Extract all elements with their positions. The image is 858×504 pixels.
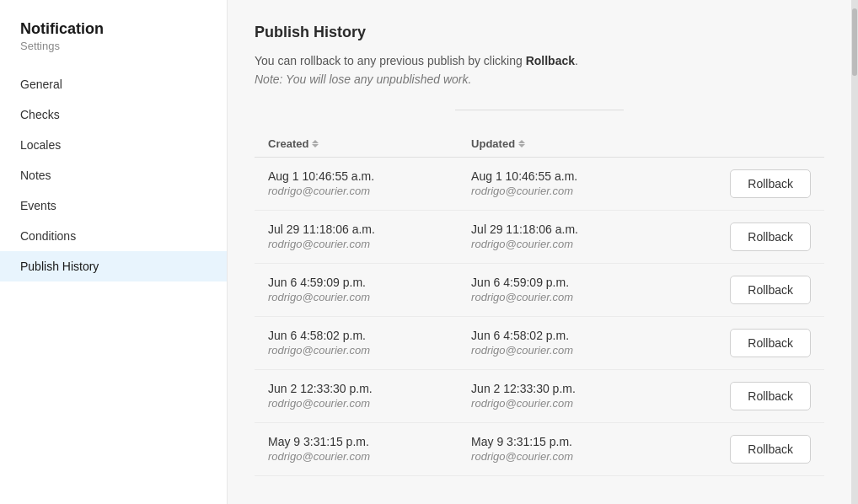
updated-user-1: rodrigo@courier.com xyxy=(471,238,647,250)
scrollbar[interactable] xyxy=(851,0,858,504)
table-row: Aug 1 10:46:55 a.m.rodrigo@courier.comAu… xyxy=(255,157,824,210)
sidebar-nav: GeneralChecksLocalesNotesEventsCondition… xyxy=(0,69,227,281)
sidebar-title: Notification xyxy=(20,20,206,38)
created-user-0: rodrigo@courier.com xyxy=(268,185,444,197)
description-period: . xyxy=(575,54,578,67)
updated-date-1: Jul 29 11:18:06 a.m. xyxy=(471,223,647,236)
cell-updated-1: Jul 29 11:18:06 a.m.rodrigo@courier.com xyxy=(458,210,661,263)
cell-created-5: May 9 3:31:15 p.m.rodrigo@courier.com xyxy=(255,422,458,475)
created-date-0: Aug 1 10:46:55 a.m. xyxy=(268,169,444,183)
cell-action-5: Rollback xyxy=(661,422,824,475)
cell-updated-4: Jun 2 12:33:30 p.m.rodrigo@courier.com xyxy=(458,369,661,422)
rollback-button-2[interactable]: Rollback xyxy=(730,276,811,304)
col-header-updated[interactable]: Updated xyxy=(458,131,661,158)
cell-action-3: Rollback xyxy=(661,316,824,369)
cell-created-2: Jun 6 4:59:09 p.m.rodrigo@courier.com xyxy=(255,263,458,316)
cell-updated-5: May 9 3:31:15 p.m.rodrigo@courier.com xyxy=(458,422,661,475)
created-user-5: rodrigo@courier.com xyxy=(268,450,444,463)
cell-updated-0: Aug 1 10:46:55 a.m.rodrigo@courier.com xyxy=(458,157,661,210)
sidebar-item-events[interactable]: Events xyxy=(0,190,227,221)
sidebar-item-conditions[interactable]: Conditions xyxy=(0,221,227,251)
description-bold: Rollback xyxy=(526,54,575,67)
description-note: Note: You will lose any unpublished work… xyxy=(255,72,471,86)
description: You can rollback to any previous publish… xyxy=(255,51,824,89)
sidebar-item-publish-history[interactable]: Publish History xyxy=(0,251,227,281)
updated-date-4: Jun 2 12:33:30 p.m. xyxy=(471,382,647,395)
main-content: Publish History You can rollback to any … xyxy=(228,0,851,504)
created-user-3: rodrigo@courier.com xyxy=(268,344,444,357)
page-title: Publish History xyxy=(255,24,824,41)
scrollbar-thumb xyxy=(852,8,857,76)
table-row: Jun 6 4:58:02 p.m.rodrigo@courier.comJun… xyxy=(255,316,824,369)
table-row: Jun 6 4:59:09 p.m.rodrigo@courier.comJun… xyxy=(255,263,824,316)
updated-date-0: Aug 1 10:46:55 a.m. xyxy=(471,169,647,183)
updated-user-0: rodrigo@courier.com xyxy=(471,185,647,197)
updated-date-3: Jun 6 4:58:02 p.m. xyxy=(471,329,647,342)
sidebar-item-general[interactable]: General xyxy=(0,69,227,99)
table-row: Jun 2 12:33:30 p.m.rodrigo@courier.comJu… xyxy=(255,369,824,422)
sidebar-header: Notification Settings xyxy=(0,20,227,69)
updated-user-5: rodrigo@courier.com xyxy=(471,450,647,463)
rollback-button-0[interactable]: Rollback xyxy=(730,169,811,198)
cell-action-1: Rollback xyxy=(661,210,824,263)
created-date-5: May 9 3:31:15 p.m. xyxy=(268,435,444,448)
col-header-action xyxy=(661,131,824,158)
cell-action-2: Rollback xyxy=(661,263,824,316)
updated-date-5: May 9 3:31:15 p.m. xyxy=(471,435,647,448)
col-header-created[interactable]: Created xyxy=(255,131,458,158)
rollback-button-4[interactable]: Rollback xyxy=(730,382,811,410)
sidebar-item-notes[interactable]: Notes xyxy=(0,160,227,190)
rollback-button-5[interactable]: Rollback xyxy=(730,435,811,464)
sidebar-item-checks[interactable]: Checks xyxy=(0,99,227,130)
updated-user-2: rodrigo@courier.com xyxy=(471,291,647,303)
created-user-2: rodrigo@courier.com xyxy=(268,291,444,303)
table-row: May 9 3:31:15 p.m.rodrigo@courier.comMay… xyxy=(255,422,824,475)
cell-updated-2: Jun 6 4:59:09 p.m.rodrigo@courier.com xyxy=(458,263,661,316)
created-date-3: Jun 6 4:58:02 p.m. xyxy=(268,329,444,342)
cell-created-3: Jun 6 4:58:02 p.m.rodrigo@courier.com xyxy=(255,316,458,369)
sidebar-subtitle: Settings xyxy=(20,40,206,52)
updated-user-3: rodrigo@courier.com xyxy=(471,344,647,357)
cell-action-4: Rollback xyxy=(661,369,824,422)
updated-user-4: rodrigo@courier.com xyxy=(471,397,647,410)
sidebar: Notification Settings GeneralChecksLocal… xyxy=(0,0,228,504)
created-user-4: rodrigo@courier.com xyxy=(268,397,444,410)
rollback-button-1[interactable]: Rollback xyxy=(730,223,811,251)
created-date-4: Jun 2 12:33:30 p.m. xyxy=(268,382,444,395)
updated-sort-icon xyxy=(518,140,525,147)
cell-created-1: Jul 29 11:18:06 a.m.rodrigo@courier.com xyxy=(255,210,458,263)
updated-date-2: Jun 6 4:59:09 p.m. xyxy=(471,276,647,289)
table-row: Jul 29 11:18:06 a.m.rodrigo@courier.comJ… xyxy=(255,210,824,263)
created-date-1: Jul 29 11:18:06 a.m. xyxy=(268,223,444,236)
created-date-2: Jun 6 4:59:09 p.m. xyxy=(268,276,444,289)
cell-updated-3: Jun 6 4:58:02 p.m.rodrigo@courier.com xyxy=(458,316,661,369)
rollback-button-3[interactable]: Rollback xyxy=(730,329,811,357)
description-text: You can rollback to any previous publish… xyxy=(255,54,526,67)
created-user-1: rodrigo@courier.com xyxy=(268,238,444,250)
sidebar-item-locales[interactable]: Locales xyxy=(0,130,227,160)
cell-created-0: Aug 1 10:46:55 a.m.rodrigo@courier.com xyxy=(255,157,458,210)
divider xyxy=(455,110,624,110)
cell-created-4: Jun 2 12:33:30 p.m.rodrigo@courier.com xyxy=(255,369,458,422)
created-sort-icon xyxy=(312,140,319,147)
history-table: Created Updated xyxy=(255,131,824,476)
cell-action-0: Rollback xyxy=(661,157,824,210)
